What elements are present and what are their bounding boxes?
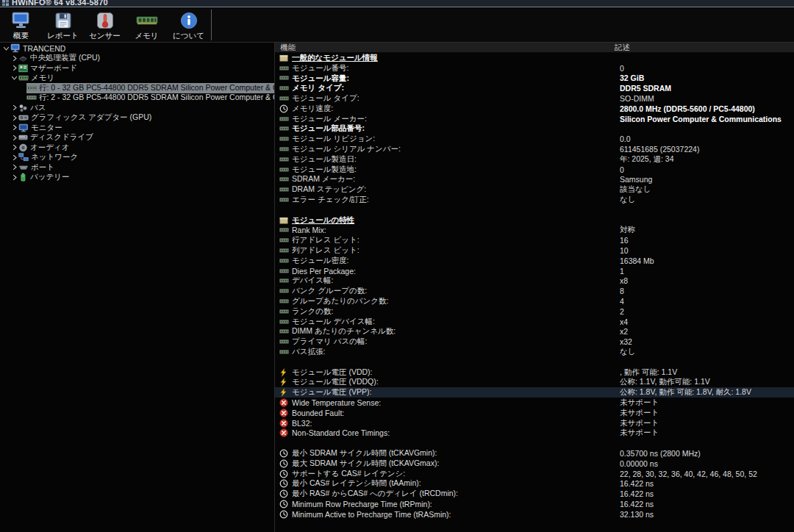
tree-item-disk-drive[interactable]: ディスクドライブ <box>0 133 274 143</box>
detail-row[interactable]: Rank Mix:対称 <box>275 226 794 236</box>
detail-row[interactable]: 最小 SDRAM サイクル時間 (tCKAVGmin):0.35700 ns (… <box>275 448 794 459</box>
chevron-right-icon[interactable] <box>10 154 18 161</box>
detail-gap-row <box>275 438 794 448</box>
detail-row[interactable]: Minimum Active to Precharge Time (tRASmi… <box>275 509 794 520</box>
description-value: 未サポート <box>620 418 794 428</box>
battery-icon <box>18 173 28 181</box>
bolt-icon <box>279 378 289 387</box>
bus-icon <box>18 104 28 112</box>
chevron-right-icon[interactable] <box>10 104 18 111</box>
tree-item-bus[interactable]: バス <box>0 103 274 113</box>
description-value: 0 <box>620 165 794 174</box>
detail-row[interactable]: DIMM あたりのチャンネル数:x2 <box>275 327 794 337</box>
detail-row[interactable]: Dies Per Package:1 <box>275 266 794 276</box>
feature-label: メモリ速度: <box>292 104 620 114</box>
feature-label: モジュール電圧 (VDDQ): <box>292 378 620 388</box>
chevron-right-icon[interactable] <box>10 124 18 131</box>
chevron-right-icon[interactable] <box>10 174 18 181</box>
chevron-down-icon[interactable] <box>10 75 18 81</box>
chevron-down-icon[interactable] <box>2 46 10 51</box>
toolbar-button-report[interactable]: レポート <box>42 7 84 42</box>
description-value: 32 GiB <box>620 73 794 82</box>
tree-item-network[interactable]: ネットワーク <box>0 153 274 163</box>
detail-row[interactable]: 列アドレス ビット:10 <box>275 245 794 256</box>
toolbar-button-memory[interactable]: メモリ <box>126 7 168 42</box>
chevron-right-icon[interactable] <box>10 144 18 151</box>
detail-row[interactable]: モジュール製造日:年: 2025, 週: 34 <box>275 154 794 165</box>
detail-row[interactable]: モジュール電圧 (VDDQ):公称: 1.1V, 動作可能: 1.1V <box>275 378 794 388</box>
detail-row[interactable]: エラー チェック/訂正:なし <box>275 195 794 205</box>
detail-row[interactable]: モジュール番号:0 <box>275 63 794 73</box>
description-value: 8 <box>620 287 794 295</box>
detail-row[interactable]: グループあたりのバンク数:4 <box>275 296 794 306</box>
tree-item-cpu[interactable]: 中央処理装置 (CPU) <box>0 54 274 64</box>
detail-row[interactable]: モジュール製造地:0 <box>275 165 794 175</box>
detail-row[interactable]: 行アドレス ビット:16 <box>275 235 794 245</box>
audio-icon <box>18 143 28 152</box>
detail-row[interactable]: ランクの数:2 <box>275 306 794 317</box>
detail-row[interactable]: デバイス幅:x8 <box>275 276 794 287</box>
detail-row[interactable]: モジュール リビジョン:0.0 <box>275 134 794 144</box>
tree-item-memory-row-0[interactable]: 行: 0 - 32 GB PC5-44800 DDR5 SDRAM Silico… <box>0 83 274 93</box>
tree-item-audio[interactable]: オーディオ <box>0 143 274 153</box>
detail-row[interactable]: バンク グループの数:8 <box>275 286 794 296</box>
chevron-right-icon[interactable] <box>10 65 18 71</box>
column-header-feature[interactable]: 機能 <box>275 43 615 53</box>
detail-row[interactable]: バス拡張:なし <box>275 347 794 357</box>
detail-row[interactable]: モジュール デバイス幅:x4 <box>275 317 794 327</box>
tree-item-memory-row-2[interactable]: 行: 2 - 32 GB PC5-44800 DDR5 SDRAM Silico… <box>0 93 274 104</box>
tree-item-computer-root[interactable]: TRANCEND <box>0 43 274 54</box>
toolbar-button-about[interactable]: について <box>168 7 210 42</box>
toolbar-button-sensors[interactable]: センサー <box>84 7 126 42</box>
toolbar: 概要レポートセンサーメモリについて <box>0 7 794 43</box>
feature-label: バス拡張: <box>292 347 620 357</box>
detail-row[interactable]: モジュール部品番号: <box>275 124 794 134</box>
detail-row[interactable]: 最大 SDRAM サイクル時間 (tCKAVGmax):0.00000 ns <box>275 459 794 469</box>
detail-row[interactable]: Wide Temperature Sense:未サポート <box>275 398 794 408</box>
detail-row[interactable]: プライマリ バスの幅:x32 <box>275 337 794 347</box>
detail-row[interactable]: Non-Standard Core Timings:未サポート <box>275 428 794 438</box>
tree-item-port[interactable]: ポート <box>0 162 274 173</box>
ram-small-icon <box>279 134 289 143</box>
tree-item-motherboard[interactable]: マザーボード <box>0 63 274 73</box>
detail-row[interactable]: モジュール シリアル ナンバー:611451685 (25037224) <box>275 144 794 154</box>
detail-section-header[interactable]: 一般的なモジュール情報 <box>275 53 794 63</box>
chevron-right-icon[interactable] <box>10 134 18 141</box>
detail-row[interactable]: モジュール容量:32 GiB <box>275 73 794 84</box>
chevron-right-icon[interactable] <box>10 164 18 170</box>
tree-item-gpu[interactable]: グラフィックス アダプター (GPU) <box>0 113 274 123</box>
tree-item-monitor[interactable]: モニター <box>0 123 274 133</box>
chevron-right-icon[interactable] <box>10 55 18 62</box>
tree-item-battery[interactable]: バッテリー <box>0 173 274 183</box>
detail-row[interactable]: モジュール タイプ:SO-DIMM <box>275 93 794 104</box>
toolbar-button-overview[interactable]: 概要 <box>0 7 42 42</box>
description-value: 対称 <box>620 226 794 236</box>
app-icon <box>2 0 9 6</box>
detail-row[interactable]: モジュール電圧 (VPP):公称: 1.8V, 動作 可能: 1.8V, 耐久:… <box>275 387 794 398</box>
description-value: 年: 2025, 週: 34 <box>620 154 794 165</box>
detail-row[interactable]: DRAM ステッピング:該当なし <box>275 184 794 195</box>
detail-section-header[interactable]: モジュールの特性 <box>275 215 794 226</box>
detail-row[interactable]: メモリ速度:2800.0 MHz (DDR5-5600 / PC5-44800) <box>275 104 794 114</box>
detail-row[interactable]: Minimum Row Precharge Time (tRPmin):16.4… <box>275 499 794 509</box>
feature-label: 最小 RAS# からCAS# へのディレイ (tRCDmin): <box>292 489 620 499</box>
detail-row[interactable]: 最小 CAS# レイテンシ時間 (tAAmin):16.422 ns <box>275 478 794 489</box>
tree-item-memory[interactable]: メモリ <box>0 73 274 84</box>
chevron-right-icon[interactable] <box>10 115 18 121</box>
description-value: Silicon Power Computer & Communications <box>620 115 794 123</box>
feature-label: バンク グループの数: <box>292 286 620 296</box>
detail-row[interactable]: モジュール電圧 (VDD):, 動作 可能: 1.1V <box>275 367 794 378</box>
description-value: x4 <box>620 317 794 326</box>
feature-label: グループあたりのバンク数: <box>292 296 620 306</box>
ram-small-icon <box>279 297 289 306</box>
detail-row[interactable]: メモリ タイプ:DDR5 SDRAM <box>275 83 794 93</box>
detail-row[interactable]: モジュール密度:16384 Mb <box>275 256 794 266</box>
detail-row[interactable]: SDRAM メーカー:Samsung <box>275 175 794 185</box>
column-header-description[interactable]: 記述 <box>615 43 794 53</box>
detail-row[interactable]: モジュール メーカー:Silicon Power Computer & Comm… <box>275 114 794 124</box>
ram-small-icon <box>279 115 289 123</box>
detail-row[interactable]: BL32:未サポート <box>275 418 794 428</box>
detail-row[interactable]: 最小 RAS# からCAS# へのディレイ (tRCDmin):16.422 n… <box>275 489 794 499</box>
detail-row[interactable]: Bounded Fault:未サポート <box>275 408 794 418</box>
detail-row[interactable]: サポートする CAS# レイテンシ:22, 28, 30, 32, 36, 40… <box>275 469 794 479</box>
